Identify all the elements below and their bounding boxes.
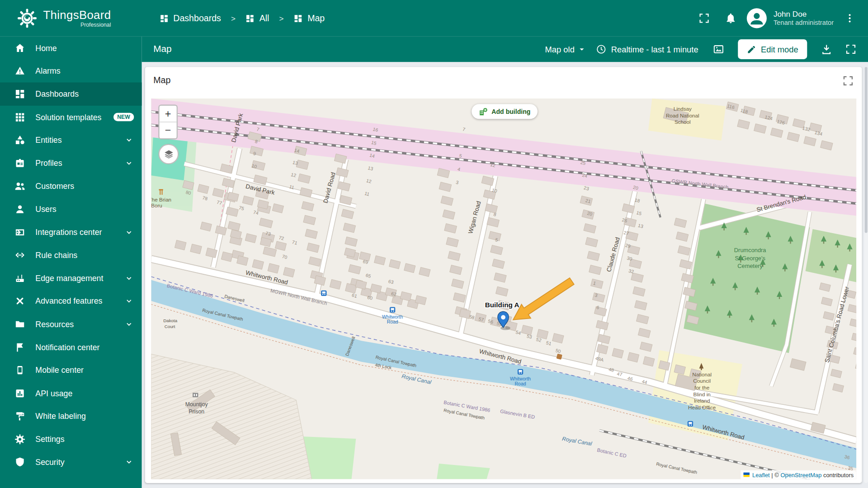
sidebar-item-label: White labeling xyxy=(35,412,134,421)
dashboard-content: Map xyxy=(142,62,868,488)
svg-text:Lindsay: Lindsay xyxy=(674,106,692,112)
dashboards-icon xyxy=(294,14,303,23)
sidebar-item-rule-chains[interactable]: Rule chains xyxy=(0,244,142,267)
sidebar-item-security[interactable]: Security xyxy=(0,451,142,474)
background-image-button[interactable] xyxy=(708,39,730,60)
svg-text:St George's: St George's xyxy=(735,255,765,262)
user-icon xyxy=(14,204,25,215)
zoom-out-button[interactable]: − xyxy=(160,122,177,139)
zoom-control: + − xyxy=(158,104,178,139)
home-icon xyxy=(14,42,25,53)
sidebar-item-settings[interactable]: Settings xyxy=(0,428,142,451)
edit-mode-button[interactable]: Edit mode xyxy=(738,39,807,59)
paint-roller-icon xyxy=(14,411,25,422)
svg-text:Ireland: Ireland xyxy=(694,398,710,404)
top-header-bar: ThingsBoard Professional Dashboards > Al… xyxy=(0,0,868,37)
sidebar-item-label: Home xyxy=(35,43,134,52)
state-select-value: Map old xyxy=(545,45,575,54)
dashboards-icon xyxy=(160,14,169,23)
breadcrumb-dashboards[interactable]: Dashboards xyxy=(160,13,221,23)
sidebar-item-solution-templates[interactable]: Solution templates NEW xyxy=(0,106,142,129)
widget-fullscreen-icon[interactable] xyxy=(842,75,854,87)
osm-link[interactable]: OpenStreetMap xyxy=(781,471,822,478)
timewindow-button[interactable]: Realtime - last 1 minute xyxy=(595,44,698,55)
chevron-down-icon xyxy=(124,273,134,283)
add-building-button[interactable]: Add building xyxy=(472,104,538,119)
edge-icon xyxy=(14,272,25,283)
sidebar-item-notification-center[interactable]: Notification center xyxy=(0,336,142,359)
sidebar-item-users[interactable]: Users xyxy=(0,197,142,221)
shield-icon xyxy=(14,457,25,468)
chevron-down-icon xyxy=(124,135,134,145)
svg-text:Head Office: Head Office xyxy=(688,404,716,410)
add-building-label: Add building xyxy=(491,108,530,115)
fullscreen-button[interactable] xyxy=(694,8,715,29)
breadcrumb-label: Map xyxy=(307,13,325,23)
add-building-icon xyxy=(479,107,488,116)
dropdown-arrow-icon xyxy=(577,44,587,54)
state-select[interactable]: Map old xyxy=(545,44,587,54)
sidebar-item-white-labeling[interactable]: White labeling xyxy=(0,405,142,428)
breadcrumb-all[interactable]: All xyxy=(245,13,269,23)
integrations-icon xyxy=(14,226,25,237)
user-avatar[interactable] xyxy=(747,8,767,28)
logo[interactable]: ThingsBoard Professional xyxy=(0,8,142,29)
sidebar-item-label: Solution templates xyxy=(35,113,108,122)
breadcrumb-label: Dashboards xyxy=(173,13,221,23)
sidebar-item-entities[interactable]: Entities xyxy=(0,129,142,152)
leaflet-link[interactable]: Leaflet xyxy=(752,471,770,478)
user-info[interactable]: John Doe Tenant administrator xyxy=(774,9,834,28)
attribution-copyright: © xyxy=(774,471,778,478)
new-badge: NEW xyxy=(113,113,134,121)
svg-text:Dakota: Dakota xyxy=(163,318,178,323)
sidebar-item-label: Customers xyxy=(35,182,134,191)
thingsboard-app: ThingsBoard Professional Dashboards > Al… xyxy=(0,0,868,488)
alarm-icon xyxy=(14,66,25,76)
marker-label: Building A xyxy=(485,301,519,309)
sidebar-item-edge-management[interactable]: Edge management xyxy=(0,267,142,290)
svg-text:Road: Road xyxy=(387,319,398,324)
sidebar-item-dashboards[interactable]: Dashboards xyxy=(0,83,142,106)
sidebar-item-label: Users xyxy=(35,205,134,214)
sidebar-item-advanced-features[interactable]: Advanced features xyxy=(0,290,142,313)
folder-icon xyxy=(14,319,25,329)
widget-title: Map xyxy=(153,75,170,85)
user-name: John Doe xyxy=(774,9,834,19)
sidebar-item-profiles[interactable]: Profiles xyxy=(0,151,142,174)
sidebar-item-label: Resources xyxy=(35,320,124,329)
thingsboard-logo-icon xyxy=(17,8,38,29)
brand-name: ThingsBoard xyxy=(43,9,111,21)
clock-icon xyxy=(595,44,606,55)
sidebar-item-customers[interactable]: Customers xyxy=(0,174,142,197)
svg-text:Boru: Boru xyxy=(151,202,162,208)
more-menu-button[interactable] xyxy=(839,8,860,29)
sidebar-item-alarms[interactable]: Alarms xyxy=(0,60,142,83)
sidebar-item-resources[interactable]: Resources xyxy=(0,313,142,336)
layers-control[interactable] xyxy=(158,144,179,164)
sidebar-item-label: Edge management xyxy=(35,274,124,283)
export-button[interactable] xyxy=(816,39,837,60)
sidebar-item-mobile-center[interactable]: Mobile center xyxy=(0,359,142,382)
rule-chains-icon xyxy=(14,249,25,260)
chevron-down-icon xyxy=(124,227,134,237)
notifications-button[interactable] xyxy=(720,8,741,29)
dashboard-toolbar: Map Map old Realtime - last 1 minute Edi… xyxy=(142,37,868,62)
sidebar-item-integrations-center[interactable]: Integrations center xyxy=(0,221,142,244)
leaflet-map[interactable]: Whitworth Road Whitworth Road Whitworth … xyxy=(151,99,856,479)
map-canvas: Whitworth Road Whitworth Road Whitworth … xyxy=(151,99,856,479)
zoom-in-button[interactable]: + xyxy=(160,106,177,122)
map-widget-card: Map xyxy=(145,67,862,483)
sidebar-item-home[interactable]: Home xyxy=(0,37,142,60)
profiles-icon xyxy=(14,158,25,169)
content-scrollbar[interactable] xyxy=(864,67,868,483)
svg-text:Prison: Prison xyxy=(189,408,204,415)
dashboard-fullscreen-button[interactable] xyxy=(840,39,862,60)
edit-mode-label: Edit mode xyxy=(761,45,798,54)
scrollbar-thumb[interactable] xyxy=(865,67,868,233)
gear-icon xyxy=(14,434,25,445)
bell-icon xyxy=(725,12,737,24)
sidebar-item-api-usage[interactable]: API usage xyxy=(0,382,142,405)
breadcrumb-label: All xyxy=(259,13,269,23)
svg-text:Court: Court xyxy=(165,324,175,329)
breadcrumb-map[interactable]: Map xyxy=(294,13,325,23)
